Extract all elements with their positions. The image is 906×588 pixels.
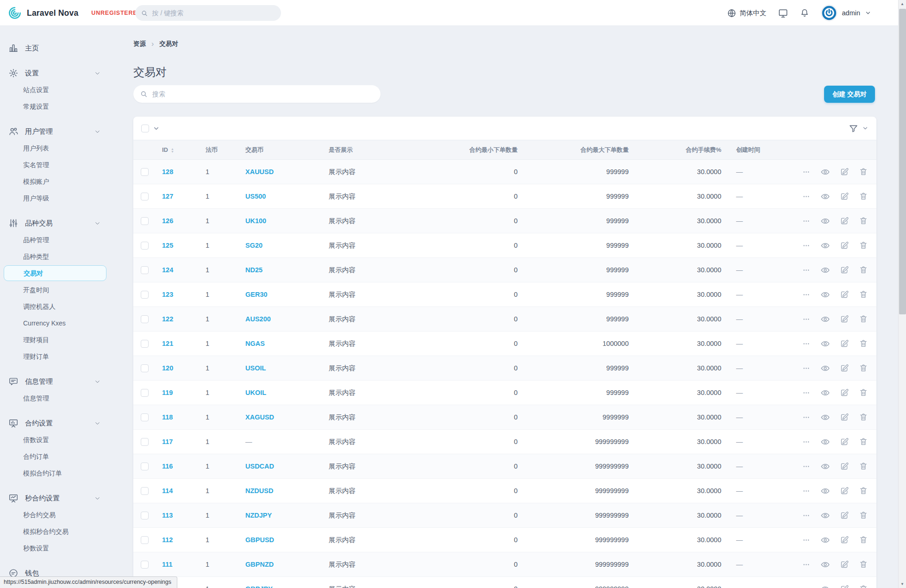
eye-icon[interactable] [820,339,830,349]
sidebar-item-品种交易[interactable]: 品种交易 [0,215,119,231]
sidebar-item-设置[interactable]: 设置 [0,65,119,81]
language-switcher[interactable]: 简体中文 [727,8,767,18]
resource-search-input[interactable] [152,90,374,98]
trash-icon[interactable] [859,290,868,299]
ellipsis-icon[interactable] [802,192,811,201]
sidebar-item-合约订单[interactable]: 合约订单 [0,448,119,465]
vertical-scrollbar[interactable]: ▲ ▼ [898,0,906,588]
row-coin-link[interactable]: UKOIL [245,389,266,396]
trash-icon[interactable] [859,167,868,176]
row-checkbox[interactable] [141,536,149,544]
eye-icon[interactable] [820,413,830,422]
edit-icon[interactable] [840,216,849,225]
edit-icon[interactable] [840,192,849,201]
sidebar-item-信息管理[interactable]: 信息管理 [0,390,119,407]
ellipsis-icon[interactable] [802,511,811,520]
eye-icon[interactable] [820,241,830,250]
ellipsis-icon[interactable] [802,339,811,348]
sidebar-item-模拟账户[interactable]: 模拟账户 [0,173,119,190]
trash-icon[interactable] [859,584,868,588]
row-id-link[interactable]: 113 [162,512,173,519]
row-coin-link[interactable]: GBPUSD [245,536,274,544]
sidebar-item-秒数设置[interactable]: 秒数设置 [0,540,119,557]
eye-icon[interactable] [820,167,830,177]
row-id-link[interactable]: 125 [162,242,173,249]
column-id[interactable]: ID▲▼ [155,140,198,160]
row-id-link[interactable]: 117 [162,438,173,445]
sidebar-item-交易对[interactable]: 交易对 [4,265,106,281]
ellipsis-icon[interactable] [802,462,811,471]
row-id-link[interactable]: 120 [162,364,173,372]
edit-icon[interactable] [840,265,849,275]
edit-icon[interactable] [840,241,849,250]
sidebar-item-秒合约设置[interactable]: 秒合约设置 [0,490,119,507]
ellipsis-icon[interactable] [802,560,811,569]
row-id-link[interactable]: 118 [162,413,173,421]
row-checkbox[interactable] [141,364,149,372]
row-id-link[interactable]: 123 [162,291,173,298]
row-coin-link[interactable]: NZDJPY [245,512,272,519]
sidebar-item-信息管理[interactable]: 信息管理 [0,373,119,390]
row-checkbox[interactable] [141,463,149,470]
sidebar-item-调控机器人[interactable]: 调控机器人 [0,298,119,315]
trash-icon[interactable] [859,486,868,495]
sidebar-item-模拟合约订单[interactable]: 模拟合约订单 [0,465,119,482]
row-checkbox[interactable] [141,512,149,519]
sidebar-item-秒合约交易[interactable]: 秒合约交易 [0,507,119,523]
row-checkbox[interactable] [141,217,149,225]
row-checkbox[interactable] [141,266,149,274]
row-id-link[interactable]: 119 [162,389,173,396]
row-id-link[interactable]: 128 [162,168,173,175]
row-id-link[interactable]: 114 [162,487,173,494]
row-coin-link[interactable]: US500 [245,193,266,200]
row-coin-link[interactable]: GER30 [245,291,268,298]
row-checkbox[interactable] [141,291,149,299]
trash-icon[interactable] [859,192,868,201]
eye-icon[interactable] [820,511,830,520]
ellipsis-icon[interactable] [802,585,811,588]
eye-icon[interactable] [820,560,830,569]
trash-icon[interactable] [859,314,868,324]
row-id-link[interactable]: 126 [162,217,173,225]
eye-icon[interactable] [820,584,830,588]
trash-icon[interactable] [859,339,868,348]
trash-icon[interactable] [859,511,868,520]
eye-icon[interactable] [820,216,830,226]
scroll-down-button[interactable]: ▼ [899,580,906,588]
row-id-link[interactable]: 116 [162,463,173,470]
ellipsis-icon[interactable] [802,364,811,373]
row-checkbox[interactable] [141,168,149,176]
chevron-down-icon[interactable] [153,125,160,132]
trash-icon[interactable] [859,216,868,225]
sidebar-item-合约设置[interactable]: 合约设置 [0,415,119,432]
select-all-checkbox[interactable] [141,125,149,132]
ellipsis-icon[interactable] [802,266,811,275]
eye-icon[interactable] [820,462,830,471]
ellipsis-icon[interactable] [802,388,811,397]
trash-icon[interactable] [859,413,868,422]
trash-icon[interactable] [859,437,868,446]
row-coin-link[interactable]: USOIL [245,364,266,372]
sort-icon[interactable]: ▲▼ [171,148,174,153]
row-coin-link[interactable]: GBPJPY [245,585,273,588]
edit-icon[interactable] [840,535,849,544]
edit-icon[interactable] [840,584,849,588]
ellipsis-icon[interactable] [802,168,811,176]
edit-icon[interactable] [840,486,849,495]
trash-icon[interactable] [859,241,868,250]
edit-icon[interactable] [840,560,849,569]
ellipsis-icon[interactable] [802,413,811,422]
sidebar-item-主页[interactable]: 主页 [0,40,119,56]
row-checkbox[interactable] [141,389,149,397]
row-checkbox[interactable] [141,438,149,446]
row-checkbox[interactable] [141,315,149,323]
edit-icon[interactable] [840,462,849,471]
sidebar-item-倍数设置[interactable]: 倍数设置 [0,432,119,448]
edit-icon[interactable] [840,290,849,299]
sidebar-item-Currency Kxes[interactable]: Currency Kxes [0,315,119,332]
eye-icon[interactable] [820,314,830,324]
ellipsis-icon[interactable] [802,290,811,299]
trash-icon[interactable] [859,560,868,569]
sidebar-item-常规设置[interactable]: 常规设置 [0,98,119,115]
eye-icon[interactable] [820,437,830,447]
